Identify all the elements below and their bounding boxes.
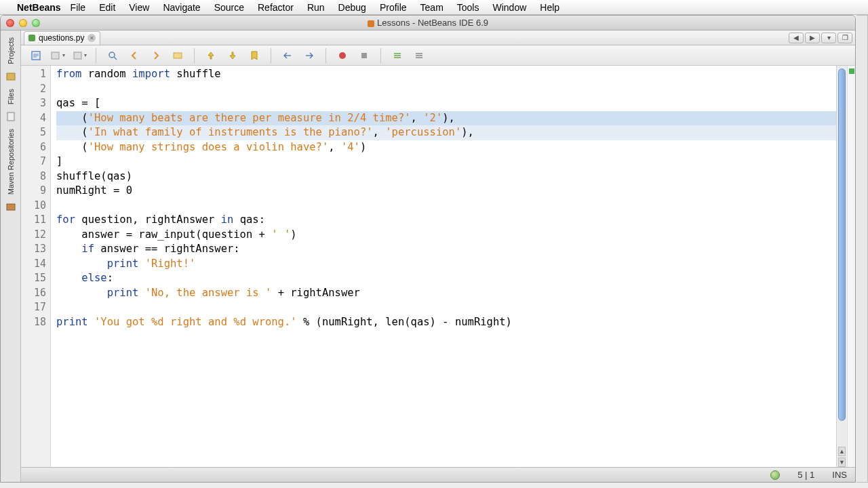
menu-refactor[interactable]: Refactor: [258, 2, 294, 13]
menu-edit[interactable]: Edit: [99, 2, 115, 13]
scrollbar-thumb[interactable]: [838, 68, 846, 421]
editor-tab-row: questions.py × ◀ ▶ ▾ ❐: [21, 30, 855, 45]
svg-rect-5: [74, 52, 81, 59]
menu-window[interactable]: Window: [492, 2, 526, 13]
macro-stop-button[interactable]: [356, 48, 372, 63]
menu-tools[interactable]: Tools: [457, 2, 479, 13]
next-occurrence-button[interactable]: [148, 48, 164, 63]
file-tab-questions[interactable]: questions.py ×: [24, 31, 100, 45]
history-back-button[interactable]: [50, 48, 66, 63]
next-bookmark-button[interactable]: [224, 48, 241, 63]
tab-list-button[interactable]: ▾: [821, 33, 836, 43]
svg-rect-8: [174, 53, 182, 58]
svg-rect-4: [52, 52, 59, 59]
python-file-icon: [28, 35, 35, 41]
file-tab-label: questions.py: [39, 33, 84, 43]
projects-icon: [5, 71, 16, 82]
error-stripe: [847, 66, 855, 467]
sidebar-tab-files[interactable]: Files: [5, 85, 16, 108]
insert-mode: INS: [832, 470, 847, 480]
source-button[interactable]: [28, 48, 44, 63]
menu-source[interactable]: Source: [214, 2, 244, 13]
tab-next-button[interactable]: ▶: [805, 33, 820, 43]
prev-occurrence-button[interactable]: [126, 48, 142, 63]
sidebar-tab-projects[interactable]: Projects: [5, 33, 16, 68]
close-tab-icon[interactable]: ×: [87, 34, 96, 42]
svg-point-6: [109, 52, 115, 58]
maven-icon: [5, 201, 16, 212]
svg-rect-10: [361, 53, 367, 58]
history-fwd-button[interactable]: [71, 48, 87, 63]
status-bar: 5 | 1 INS: [21, 467, 855, 482]
status-ok-mark: [849, 68, 854, 74]
svg-rect-0: [7, 73, 15, 80]
menu-file[interactable]: File: [71, 2, 86, 13]
window-title: Lessons - NetBeans IDE 6.9: [1, 18, 855, 28]
tab-prev-button[interactable]: ◀: [789, 33, 804, 43]
code-editor[interactable]: 123456789101112131415161718 from random …: [21, 66, 855, 467]
window-right-scrollbar[interactable]: [856, 15, 868, 483]
macro-record-button[interactable]: [334, 48, 351, 63]
app-name[interactable]: NetBeans: [17, 2, 61, 13]
menu-navigate[interactable]: Navigate: [163, 2, 200, 13]
menu-view[interactable]: View: [129, 2, 149, 13]
toggle-highlight-button[interactable]: [170, 48, 186, 63]
svg-point-9: [339, 52, 346, 59]
menu-debug[interactable]: Debug: [338, 2, 366, 13]
menu-run[interactable]: Run: [307, 2, 325, 13]
line-number-gutter: 123456789101112131415161718: [21, 66, 51, 467]
shift-left-button[interactable]: [279, 48, 296, 63]
menu-profile[interactable]: Profile: [380, 2, 407, 13]
vertical-scrollbar[interactable]: ▲ ▼: [836, 66, 847, 467]
globe-icon[interactable]: [770, 470, 780, 480]
shift-right-button[interactable]: [301, 48, 317, 63]
netbeans-icon: [368, 20, 374, 27]
menu-team[interactable]: Team: [420, 2, 443, 13]
editor-area: questions.py × ◀ ▶ ▾ ❐: [21, 30, 855, 482]
cursor-position: 5 | 1: [797, 470, 814, 480]
files-icon: [5, 111, 16, 122]
svg-rect-2: [7, 204, 15, 210]
scroll-down-icon[interactable]: ▼: [838, 458, 846, 467]
tab-maximize-button[interactable]: ❐: [837, 33, 852, 43]
editor-toolbar: [21, 45, 855, 66]
mac-menubar: NetBeans File Edit View Navigate Source …: [0, 0, 868, 15]
menu-help[interactable]: Help: [540, 2, 559, 13]
uncomment-button[interactable]: [411, 48, 427, 63]
toggle-bookmark-button[interactable]: [246, 48, 262, 63]
scroll-up-icon[interactable]: ▲: [838, 447, 846, 456]
tab-nav-buttons: ◀ ▶ ▾ ❐: [789, 33, 852, 43]
comment-button[interactable]: [389, 48, 406, 63]
sidebar-tab-maven[interactable]: Maven Repositories: [5, 125, 16, 199]
left-sidebar-rail: Projects Files Maven Repositories: [1, 30, 21, 482]
find-selection-button[interactable]: [104, 48, 121, 63]
window-title-text: Lessons - NetBeans IDE 6.9: [377, 18, 488, 28]
svg-line-7: [114, 57, 117, 60]
prev-bookmark-button[interactable]: [203, 48, 219, 63]
app-window: Lessons - NetBeans IDE 6.9 Projects File…: [0, 15, 856, 483]
svg-rect-1: [7, 113, 14, 121]
window-titlebar: Lessons - NetBeans IDE 6.9: [1, 16, 855, 30]
code-content[interactable]: from random import shuffle qas = [ ('How…: [51, 66, 836, 467]
